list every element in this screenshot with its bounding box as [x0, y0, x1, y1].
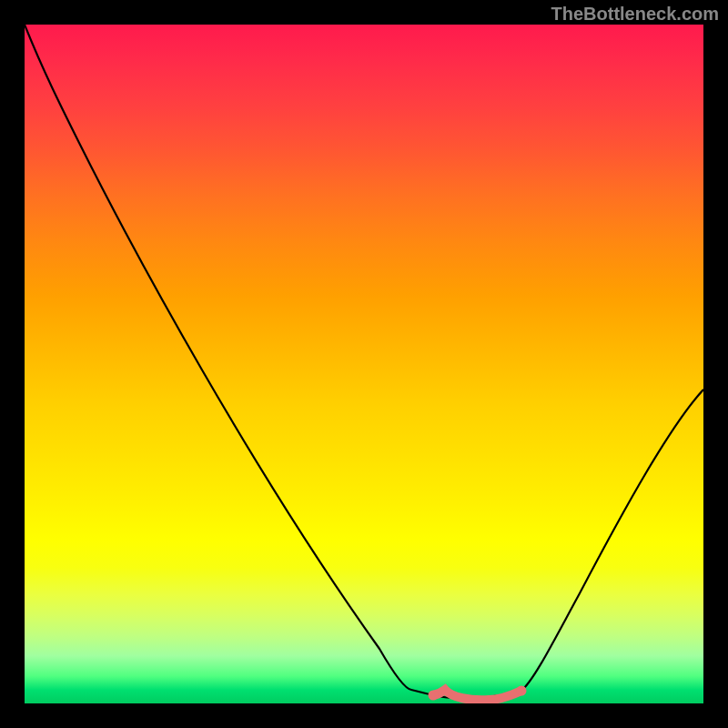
attribution-text: TheBottleneck.com [551, 4, 719, 25]
main-curve [25, 25, 703, 698]
curve-overlay [25, 25, 703, 703]
highlight-dot-right [517, 686, 527, 696]
highlight-dot-left [429, 691, 439, 701]
chart-container: TheBottleneck.com [0, 0, 728, 728]
highlight-segment [433, 690, 521, 700]
